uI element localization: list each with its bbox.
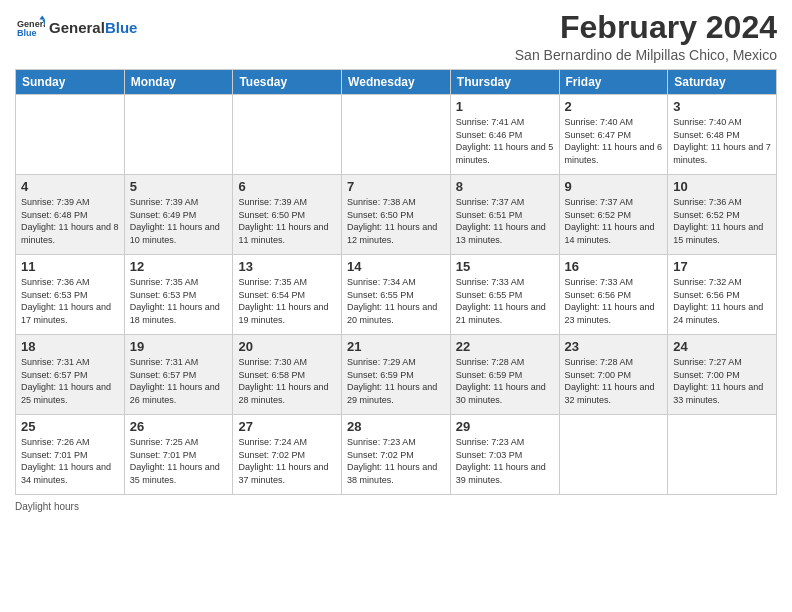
calendar-cell: 1Sunrise: 7:41 AM Sunset: 6:46 PM Daylig… [450, 95, 559, 175]
calendar-week-row: 4Sunrise: 7:39 AM Sunset: 6:48 PM Daylig… [16, 175, 777, 255]
calendar-cell: 12Sunrise: 7:35 AM Sunset: 6:53 PM Dayli… [124, 255, 233, 335]
day-number: 13 [238, 259, 336, 274]
day-info: Sunrise: 7:39 AM Sunset: 6:49 PM Dayligh… [130, 196, 228, 246]
calendar-cell: 13Sunrise: 7:35 AM Sunset: 6:54 PM Dayli… [233, 255, 342, 335]
calendar-week-row: 18Sunrise: 7:31 AM Sunset: 6:57 PM Dayli… [16, 335, 777, 415]
calendar-cell: 23Sunrise: 7:28 AM Sunset: 7:00 PM Dayli… [559, 335, 668, 415]
calendar-cell: 25Sunrise: 7:26 AM Sunset: 7:01 PM Dayli… [16, 415, 125, 495]
calendar-cell: 4Sunrise: 7:39 AM Sunset: 6:48 PM Daylig… [16, 175, 125, 255]
day-info: Sunrise: 7:28 AM Sunset: 7:00 PM Dayligh… [565, 356, 663, 406]
calendar-cell [668, 415, 777, 495]
day-info: Sunrise: 7:29 AM Sunset: 6:59 PM Dayligh… [347, 356, 445, 406]
day-number: 27 [238, 419, 336, 434]
calendar-cell: 29Sunrise: 7:23 AM Sunset: 7:03 PM Dayli… [450, 415, 559, 495]
day-info: Sunrise: 7:35 AM Sunset: 6:53 PM Dayligh… [130, 276, 228, 326]
calendar-cell: 24Sunrise: 7:27 AM Sunset: 7:00 PM Dayli… [668, 335, 777, 415]
day-number: 25 [21, 419, 119, 434]
day-number: 24 [673, 339, 771, 354]
svg-text:Blue: Blue [17, 28, 37, 38]
day-number: 7 [347, 179, 445, 194]
calendar-cell: 17Sunrise: 7:32 AM Sunset: 6:56 PM Dayli… [668, 255, 777, 335]
day-info: Sunrise: 7:33 AM Sunset: 6:55 PM Dayligh… [456, 276, 554, 326]
day-info: Sunrise: 7:28 AM Sunset: 6:59 PM Dayligh… [456, 356, 554, 406]
day-info: Sunrise: 7:39 AM Sunset: 6:48 PM Dayligh… [21, 196, 119, 246]
header: General Blue GeneralBlue February 2024 S… [15, 10, 777, 63]
day-info: Sunrise: 7:39 AM Sunset: 6:50 PM Dayligh… [238, 196, 336, 246]
calendar-cell: 6Sunrise: 7:39 AM Sunset: 6:50 PM Daylig… [233, 175, 342, 255]
calendar-cell [342, 95, 451, 175]
calendar-week-row: 25Sunrise: 7:26 AM Sunset: 7:01 PM Dayli… [16, 415, 777, 495]
day-info: Sunrise: 7:31 AM Sunset: 6:57 PM Dayligh… [130, 356, 228, 406]
day-number: 5 [130, 179, 228, 194]
day-number: 22 [456, 339, 554, 354]
day-info: Sunrise: 7:23 AM Sunset: 7:03 PM Dayligh… [456, 436, 554, 486]
calendar-week-row: 11Sunrise: 7:36 AM Sunset: 6:53 PM Dayli… [16, 255, 777, 335]
weekday-header: Monday [124, 70, 233, 95]
day-info: Sunrise: 7:37 AM Sunset: 6:51 PM Dayligh… [456, 196, 554, 246]
day-info: Sunrise: 7:36 AM Sunset: 6:52 PM Dayligh… [673, 196, 771, 246]
day-number: 10 [673, 179, 771, 194]
day-info: Sunrise: 7:23 AM Sunset: 7:02 PM Dayligh… [347, 436, 445, 486]
calendar-cell: 11Sunrise: 7:36 AM Sunset: 6:53 PM Dayli… [16, 255, 125, 335]
day-info: Sunrise: 7:25 AM Sunset: 7:01 PM Dayligh… [130, 436, 228, 486]
calendar-cell: 5Sunrise: 7:39 AM Sunset: 6:49 PM Daylig… [124, 175, 233, 255]
calendar-cell: 3Sunrise: 7:40 AM Sunset: 6:48 PM Daylig… [668, 95, 777, 175]
day-number: 26 [130, 419, 228, 434]
svg-marker-2 [39, 15, 45, 19]
day-number: 3 [673, 99, 771, 114]
day-info: Sunrise: 7:36 AM Sunset: 6:53 PM Dayligh… [21, 276, 119, 326]
day-number: 4 [21, 179, 119, 194]
calendar-week-row: 1Sunrise: 7:41 AM Sunset: 6:46 PM Daylig… [16, 95, 777, 175]
day-info: Sunrise: 7:31 AM Sunset: 6:57 PM Dayligh… [21, 356, 119, 406]
day-number: 20 [238, 339, 336, 354]
calendar-cell: 15Sunrise: 7:33 AM Sunset: 6:55 PM Dayli… [450, 255, 559, 335]
logo-general: General [49, 19, 105, 36]
day-info: Sunrise: 7:35 AM Sunset: 6:54 PM Dayligh… [238, 276, 336, 326]
logo-icon: General Blue [17, 14, 45, 42]
calendar-cell: 7Sunrise: 7:38 AM Sunset: 6:50 PM Daylig… [342, 175, 451, 255]
calendar-header-row: SundayMondayTuesdayWednesdayThursdayFrid… [16, 70, 777, 95]
logo-blue: Blue [105, 19, 138, 36]
day-number: 18 [21, 339, 119, 354]
day-info: Sunrise: 7:27 AM Sunset: 7:00 PM Dayligh… [673, 356, 771, 406]
day-info: Sunrise: 7:24 AM Sunset: 7:02 PM Dayligh… [238, 436, 336, 486]
day-number: 11 [21, 259, 119, 274]
day-number: 19 [130, 339, 228, 354]
weekday-header: Thursday [450, 70, 559, 95]
weekday-header: Wednesday [342, 70, 451, 95]
calendar-table: SundayMondayTuesdayWednesdayThursdayFrid… [15, 69, 777, 495]
logo: General Blue GeneralBlue [15, 14, 137, 42]
calendar-cell: 14Sunrise: 7:34 AM Sunset: 6:55 PM Dayli… [342, 255, 451, 335]
calendar-cell: 27Sunrise: 7:24 AM Sunset: 7:02 PM Dayli… [233, 415, 342, 495]
day-number: 28 [347, 419, 445, 434]
calendar-cell: 21Sunrise: 7:29 AM Sunset: 6:59 PM Dayli… [342, 335, 451, 415]
calendar-cell: 16Sunrise: 7:33 AM Sunset: 6:56 PM Dayli… [559, 255, 668, 335]
calendar-cell: 19Sunrise: 7:31 AM Sunset: 6:57 PM Dayli… [124, 335, 233, 415]
title-block: February 2024 San Bernardino de Milpilla… [515, 10, 777, 63]
day-info: Sunrise: 7:40 AM Sunset: 6:48 PM Dayligh… [673, 116, 771, 166]
month-title: February 2024 [515, 10, 777, 45]
calendar-cell: 26Sunrise: 7:25 AM Sunset: 7:01 PM Dayli… [124, 415, 233, 495]
calendar-cell [124, 95, 233, 175]
calendar-cell: 28Sunrise: 7:23 AM Sunset: 7:02 PM Dayli… [342, 415, 451, 495]
day-number: 1 [456, 99, 554, 114]
day-number: 6 [238, 179, 336, 194]
day-number: 8 [456, 179, 554, 194]
calendar-cell: 2Sunrise: 7:40 AM Sunset: 6:47 PM Daylig… [559, 95, 668, 175]
weekday-header: Friday [559, 70, 668, 95]
day-number: 23 [565, 339, 663, 354]
calendar-cell [559, 415, 668, 495]
day-number: 14 [347, 259, 445, 274]
calendar-cell [16, 95, 125, 175]
day-number: 2 [565, 99, 663, 114]
day-info: Sunrise: 7:26 AM Sunset: 7:01 PM Dayligh… [21, 436, 119, 486]
weekday-header: Saturday [668, 70, 777, 95]
day-info: Sunrise: 7:40 AM Sunset: 6:47 PM Dayligh… [565, 116, 663, 166]
day-number: 21 [347, 339, 445, 354]
day-info: Sunrise: 7:30 AM Sunset: 6:58 PM Dayligh… [238, 356, 336, 406]
svg-text:General: General [17, 19, 45, 29]
calendar-cell: 10Sunrise: 7:36 AM Sunset: 6:52 PM Dayli… [668, 175, 777, 255]
day-number: 12 [130, 259, 228, 274]
daylight-label: Daylight hours [15, 501, 79, 512]
day-number: 16 [565, 259, 663, 274]
